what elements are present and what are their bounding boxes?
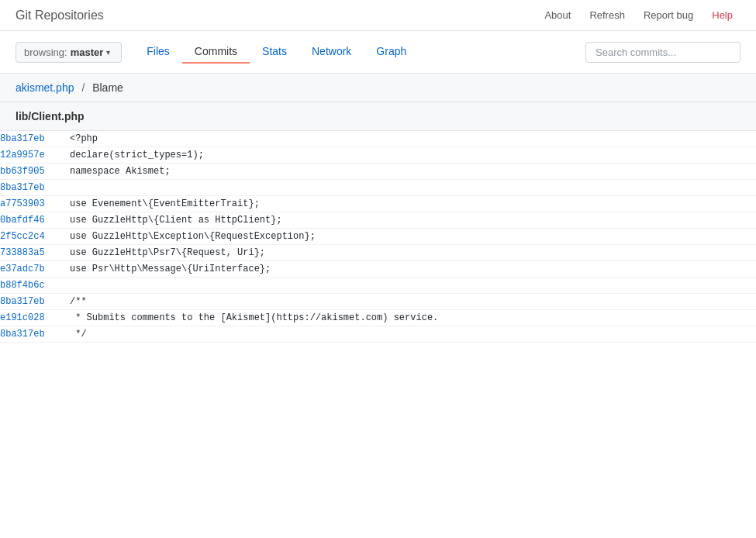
tab-stats[interactable]: Stats	[250, 40, 299, 64]
commit-hash[interactable]: 8ba317eb	[0, 131, 70, 147]
breadcrumb-bar: akismet.php / Blame	[0, 74, 756, 102]
code-line: /**	[70, 294, 756, 310]
file-header: lib/Client.php	[0, 102, 756, 131]
breadcrumb-sep: /	[81, 81, 85, 94]
file-name: lib/Client.php	[16, 110, 85, 122]
code-line: * Submits comments to the [Akismet](http…	[70, 310, 756, 326]
commit-hash[interactable]: 733883a5	[0, 245, 70, 261]
report-bug-link[interactable]: Report bug	[636, 6, 701, 24]
chevron-down-icon: ▾	[106, 48, 110, 57]
table-row: 8ba317eb/**	[0, 294, 756, 310]
table-row: 733883a5use GuzzleHttp\Psr7\{Request, Ur…	[0, 245, 756, 261]
commit-hash[interactable]: e37adc7b	[0, 261, 70, 278]
commit-hash[interactable]: 0bafdf46	[0, 212, 70, 229]
table-row: bb63f905namespace Akismet;	[0, 164, 756, 180]
table-row: e191c028 * Submits comments to the [Akis…	[0, 310, 756, 326]
commit-hash[interactable]: a7753903	[0, 196, 70, 212]
table-row: 12a9957edeclare(strict_types=1);	[0, 147, 756, 164]
top-nav-links: About Refresh Report bug Help	[537, 6, 740, 24]
code-line	[70, 278, 756, 294]
code-line: use GuzzleHttp\{Client as HttpClient};	[70, 212, 756, 229]
toolbar: browsing: master ▾ Files Commits Stats N…	[0, 31, 756, 74]
branch-selector[interactable]: browsing: master ▾	[16, 42, 122, 63]
code-line: namespace Akismet;	[70, 164, 756, 180]
table-row: 0bafdf46use GuzzleHttp\{Client as HttpCl…	[0, 212, 756, 229]
table-row: 2f5cc2c4use GuzzleHttp\Exception\{Reques…	[0, 229, 756, 245]
commit-hash[interactable]: 12a9957e	[0, 147, 70, 164]
tab-network[interactable]: Network	[299, 40, 364, 64]
commit-hash[interactable]: e191c028	[0, 310, 70, 326]
code-line: <?php	[70, 131, 756, 147]
tab-commits[interactable]: Commits	[182, 40, 250, 64]
top-nav: Git Repositories About Refresh Report bu…	[0, 0, 756, 31]
commit-hash[interactable]: 8ba317eb	[0, 326, 70, 343]
main-content: lib/Client.php 8ba317eb<?php12a9957edecl…	[0, 102, 756, 343]
tab-graph[interactable]: Graph	[364, 40, 419, 64]
table-row: 8ba317eb	[0, 180, 756, 196]
table-row: 8ba317eb<?php	[0, 131, 756, 147]
help-link[interactable]: Help	[704, 6, 740, 24]
commit-hash[interactable]: 8ba317eb	[0, 180, 70, 196]
commit-hash[interactable]: bb63f905	[0, 164, 70, 180]
commit-hash[interactable]: b88f4b6c	[0, 278, 70, 294]
branch-prefix: browsing:	[24, 47, 67, 58]
tab-nav: Files Commits Stats Network Graph	[134, 40, 419, 64]
breadcrumb-akismet[interactable]: akismet.php	[16, 81, 74, 94]
code-line: */	[70, 326, 756, 343]
about-link[interactable]: About	[537, 6, 578, 24]
search-input[interactable]	[585, 42, 740, 63]
code-line: use GuzzleHttp\Exception\{RequestExcepti…	[70, 229, 756, 245]
code-line	[70, 180, 756, 196]
code-line: declare(strict_types=1);	[70, 147, 756, 164]
breadcrumb: akismet.php / Blame	[16, 81, 123, 94]
table-row: 8ba317eb */	[0, 326, 756, 343]
table-row: e37adc7buse Psr\Http\Message\{UriInterfa…	[0, 261, 756, 278]
table-row: b88f4b6c	[0, 278, 756, 294]
table-row: a7753903use Evenement\{EventEmitterTrait…	[0, 196, 756, 212]
branch-name: master	[71, 47, 104, 58]
refresh-link[interactable]: Refresh	[582, 6, 633, 24]
code-line: use Psr\Http\Message\{UriInterface};	[70, 261, 756, 278]
commit-hash[interactable]: 8ba317eb	[0, 294, 70, 310]
commit-hash[interactable]: 2f5cc2c4	[0, 229, 70, 245]
search-box	[585, 42, 740, 63]
blame-table: 8ba317eb<?php12a9957edeclare(strict_type…	[0, 131, 756, 343]
tab-files[interactable]: Files	[134, 40, 182, 64]
breadcrumb-blame: Blame	[92, 81, 123, 94]
code-line: use Evenement\{EventEmitterTrait};	[70, 196, 756, 212]
code-line: use GuzzleHttp\Psr7\{Request, Uri};	[70, 245, 756, 261]
app-title: Git Repositories	[16, 9, 104, 22]
